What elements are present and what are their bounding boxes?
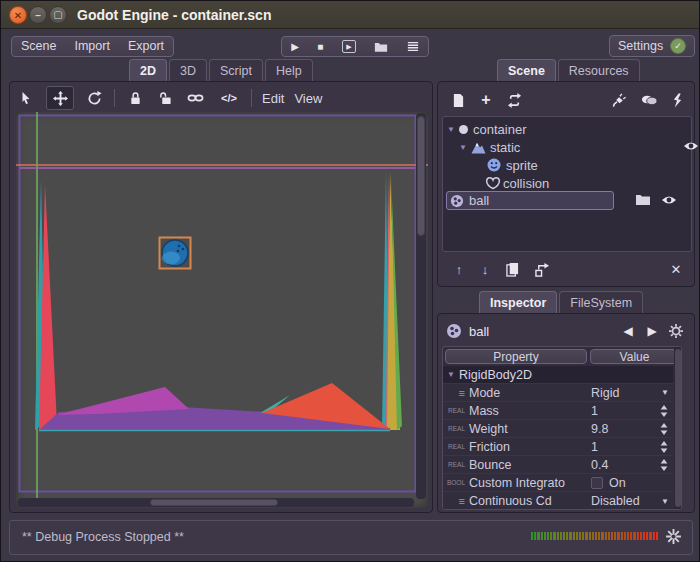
menu-import[interactable]: Import [65,36,118,57]
property-row-bounce[interactable]: REAL Bounce 0.4 [443,456,673,474]
tree-row-static[interactable]: ▼ static [459,138,689,156]
tree-node-label: collision [503,176,549,191]
groups-icon[interactable] [634,94,664,106]
category-label: RigidBody2D [459,368,532,382]
inspector-gear-icon[interactable] [664,324,688,338]
property-label: Custom Integrato [469,476,565,490]
debug-options-button[interactable] [407,41,419,52]
checkbox[interactable] [591,477,603,489]
window-close-button[interactable]: ✕ [9,6,27,24]
tab-script[interactable]: Script [209,59,263,82]
tab-scene[interactable]: Scene [497,59,556,82]
property-value[interactable]: Rigid [591,386,620,400]
property-value[interactable]: Disabled [591,494,640,508]
scene-tree: ▼ container ▼ static sprite collision [442,116,692,252]
value-column-header[interactable]: Value [590,349,679,364]
lock-button[interactable] [125,91,145,106]
play-scene-button[interactable]: ▶ [342,40,356,53]
move-down-button[interactable]: ↓ [472,262,498,277]
menu-export[interactable]: Export [119,36,173,57]
type-tag: REAL [443,425,465,432]
tree-row-collision[interactable]: collision [485,174,689,192]
tree-row-ball-selected[interactable]: ball [446,191,614,210]
window-minimize-button[interactable]: – [29,6,47,24]
scene-drawing [16,112,428,508]
view-menu[interactable]: View [294,91,322,106]
reparent-button[interactable] [526,262,558,277]
ball-sprite[interactable] [162,240,188,266]
visibility-eye-icon[interactable] [661,194,677,206]
stop-button[interactable]: ■ [317,41,323,52]
property-row-friction[interactable]: REAL Friction 1 [443,438,673,456]
property-label: Bounce [469,458,511,472]
tab-help[interactable]: Help [265,59,313,82]
rotate-tool-button[interactable] [84,91,104,106]
spinner-icon[interactable] [660,441,668,453]
move-tool-button[interactable] [46,86,74,110]
unlock-button[interactable] [155,91,175,106]
expand-arrow-icon: ▼ [447,370,459,379]
horizontal-scrollbar-thumb[interactable] [150,499,278,506]
vertical-scrollbar-thumb[interactable] [417,116,425,236]
spinner-icon[interactable] [660,423,668,435]
viewport-rect [20,116,416,492]
property-value[interactable]: 1 [591,440,598,454]
tab-3d[interactable]: 3D [169,59,207,82]
scene-tree-bottom-toolbar: ↑ ↓ ✕ [446,256,688,282]
select-tool-button[interactable] [16,91,36,105]
tab-inspector[interactable]: Inspector [479,291,557,314]
tree-row-container[interactable]: ▼ container [447,120,689,138]
property-row-continuous-cd[interactable]: ≡ Continuous Cd Disabled ▼ [443,492,673,510]
window-maximize-button[interactable]: ▢ [49,6,67,24]
tab-filesystem[interactable]: FileSystem [559,291,643,314]
toolbar-separator [251,89,252,107]
property-column-header[interactable]: Property [445,349,587,364]
history-back-button[interactable]: ◀ [616,324,640,338]
play-custom-scene-button[interactable] [374,41,388,53]
instance-scene-button[interactable] [500,93,528,108]
property-value[interactable]: 1 [591,404,598,418]
expand-arrow-icon[interactable]: ▼ [459,143,471,152]
property-column-label: Property [493,350,538,364]
property-row-weight[interactable]: REAL Weight 9.8 [443,420,673,438]
main-menu-group: Scene Import Export [11,36,174,57]
horizontal-scrollbar[interactable] [18,498,414,507]
spinner-icon[interactable] [660,459,668,471]
scene-tree-panel: + ▼ container ▼ static sprite [437,81,695,287]
property-row-mode[interactable]: ≡ Mode Rigid ▼ [443,384,673,402]
delete-node-button[interactable]: ✕ [664,262,688,277]
expand-arrow-icon[interactable]: ▼ [447,125,459,134]
history-forward-button[interactable]: ▶ [640,324,664,338]
open-scene-folder-icon[interactable] [635,193,651,206]
vertical-scrollbar[interactable] [416,113,426,499]
settings-button[interactable]: Settings ✓ [609,35,695,57]
canvas-viewport[interactable] [16,112,428,508]
visibility-eye-icon[interactable] [683,140,699,152]
property-row-mass[interactable]: REAL Mass 1 [443,402,673,420]
window-title: Godot Engine - container.scn [77,1,271,29]
tree-row-sprite[interactable]: sprite [487,156,689,174]
play-button[interactable]: ▶ [291,41,299,52]
property-row-custom-integrator[interactable]: BOOL Custom Integrato On [443,474,673,492]
group-chain-button[interactable] [185,93,207,103]
add-node-button[interactable]: + [472,91,500,109]
inspector-scrollbar[interactable] [674,347,682,510]
dropdown-arrow-icon[interactable]: ▼ [661,497,669,506]
edit-menu[interactable]: Edit [262,91,284,106]
signals-icon[interactable] [604,93,634,108]
category-row[interactable]: ▼ RigidBody2D [443,366,673,384]
property-value[interactable]: 0.4 [591,458,608,472]
dropdown-arrow-icon[interactable]: ▼ [661,388,669,397]
tab-resources[interactable]: Resources [558,59,640,82]
spinner-icon[interactable] [660,405,668,417]
script-icon[interactable] [664,93,690,108]
new-node-button[interactable] [444,93,472,108]
property-label: Weight [469,422,508,436]
code-icon-button[interactable]: </> [217,92,241,104]
property-value[interactable]: 9.8 [591,422,608,436]
inspector-scrollbar-thumb[interactable] [675,349,681,507]
move-up-button[interactable]: ↑ [446,262,472,277]
duplicate-button[interactable] [498,262,526,277]
tab-2d[interactable]: 2D [129,59,167,82]
menu-scene[interactable]: Scene [12,36,65,57]
